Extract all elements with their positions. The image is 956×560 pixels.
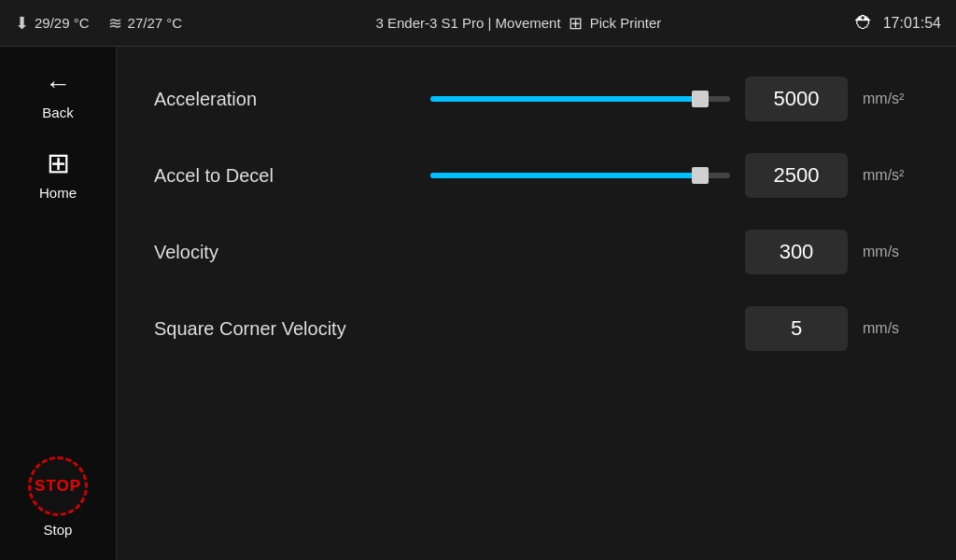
acceleration-unit: mm/s² <box>863 91 919 107</box>
square-corner-velocity-unit: mm/s <box>863 320 919 337</box>
accel-decel-slider-track <box>430 173 730 178</box>
printer-name: 3 Ender-3 S1 Pro | Movement <box>375 15 560 31</box>
main-layout: ← Back ⊞ Home STOP Stop Acceleration <box>0 47 956 560</box>
status-bar-right: ⛑ 17:01:54 <box>855 12 941 34</box>
acceleration-slider-container[interactable] <box>430 96 730 102</box>
acceleration-row: Acceleration 5000 mm/s² <box>154 75 919 123</box>
pick-printer-button[interactable]: Pick Printer <box>590 15 662 31</box>
velocity-row: Velocity 300 mm/s <box>154 228 919 276</box>
velocity-value: 300 <box>780 240 814 264</box>
temp1-item: ⬇ 29/29 °C <box>15 13 90 34</box>
back-icon: ← <box>45 69 71 99</box>
temp2-item: ≋ 27/27 °C <box>108 13 183 34</box>
status-bar-left: ⬇ 29/29 °C ≋ 27/27 °C <box>15 13 182 34</box>
accel-decel-label: Accel to Decel <box>154 165 415 187</box>
content-area: Acceleration 5000 mm/s² Accel to Decel <box>117 47 956 560</box>
stop-inner-text: STOP <box>35 477 81 496</box>
accel-decel-value-box[interactable]: 2500 <box>745 153 848 198</box>
velocity-label: Velocity <box>154 242 415 263</box>
sidebar: ← Back ⊞ Home STOP Stop <box>0 47 117 560</box>
home-label: Home <box>39 185 77 201</box>
temp1-icon: ⬇ <box>15 13 29 34</box>
acceleration-value: 5000 <box>774 87 820 111</box>
acceleration-label: Acceleration <box>154 89 415 110</box>
status-bar-center: 3 Ender-3 S1 Pro | Movement ⊞ Pick Print… <box>375 13 661 34</box>
stop-button[interactable]: STOP Stop <box>0 443 116 551</box>
acceleration-value-box[interactable]: 5000 <box>745 77 848 121</box>
square-corner-velocity-value-box[interactable]: 5 <box>745 306 848 351</box>
accel-decel-value: 2500 <box>774 163 820 188</box>
stop-circle: STOP <box>28 456 88 516</box>
accel-decel-slider-container[interactable] <box>430 173 730 178</box>
acceleration-slider-fill <box>430 96 700 102</box>
grid-icon: ⊞ <box>569 13 583 34</box>
time-display: 17:01:54 <box>883 15 941 32</box>
temp2-icon: ≋ <box>108 13 122 34</box>
back-button[interactable]: ← Back <box>0 56 116 133</box>
acceleration-slider-track <box>430 96 730 102</box>
square-corner-velocity-label: Square Corner Velocity <box>154 318 415 340</box>
temp1-value: 29/29 °C <box>35 15 90 31</box>
accel-decel-row: Accel to Decel 2500 mm/s² <box>154 151 919 200</box>
home-icon: ⊞ <box>47 147 70 179</box>
stop-label: Stop <box>44 522 73 538</box>
home-button[interactable]: ⊞ Home <box>0 133 116 214</box>
temp2-value: 27/27 °C <box>128 15 183 31</box>
status-bar: ⬇ 29/29 °C ≋ 27/27 °C 3 Ender-3 S1 Pro |… <box>0 0 956 47</box>
accel-decel-slider-thumb[interactable] <box>692 167 709 184</box>
square-corner-velocity-value: 5 <box>791 316 802 341</box>
pick-printer-label: Pick Printer <box>590 15 662 31</box>
velocity-unit: mm/s <box>863 244 919 260</box>
alert-icon: ⛑ <box>855 12 874 34</box>
velocity-value-box[interactable]: 300 <box>745 230 848 274</box>
back-label: Back <box>42 105 73 120</box>
accel-decel-unit: mm/s² <box>863 167 919 184</box>
square-corner-velocity-row: Square Corner Velocity 5 mm/s <box>154 304 919 353</box>
acceleration-slider-thumb[interactable] <box>692 91 709 107</box>
accel-decel-slider-fill <box>430 173 700 178</box>
